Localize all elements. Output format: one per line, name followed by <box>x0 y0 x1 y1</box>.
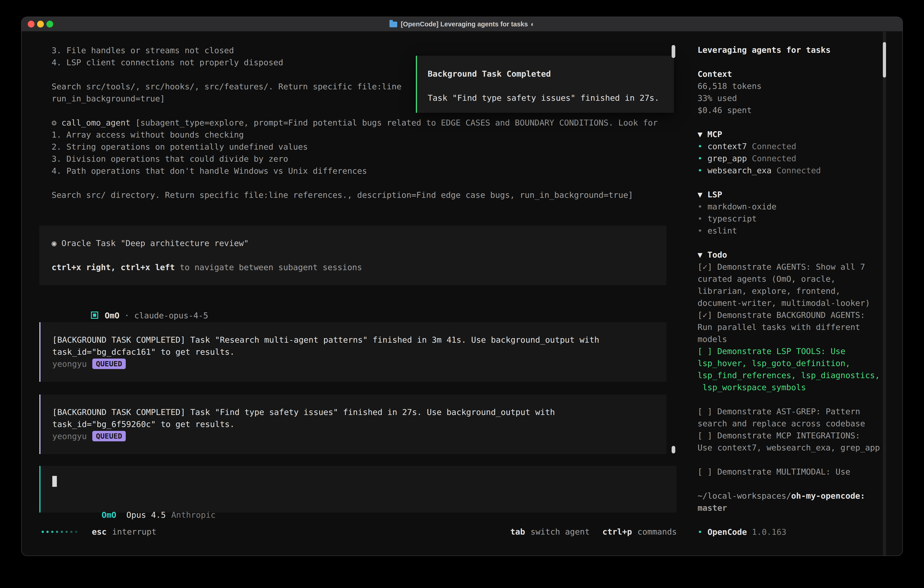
oracle-task-title: ◉ Oracle Task "Deep architecture review" <box>40 237 667 249</box>
zoom-button[interactable] <box>46 21 53 28</box>
message-meta: yeongyuQUEUED <box>40 358 667 370</box>
todo-line: search and replace across codebase <box>698 418 903 429</box>
chat-pane: 3. File handles or streams not closed 4.… <box>21 31 688 556</box>
app-version-line: •OpenCode1.0.163 <box>698 526 903 538</box>
mcp-item: •context7Connected <box>698 140 903 152</box>
toast-title: Background Task Completed <box>417 68 674 80</box>
chat-scrollbar-thumb[interactable] <box>672 446 675 453</box>
message-meta: yeongyuQUEUED <box>40 430 667 442</box>
lsp-item: •typescript <box>698 213 903 225</box>
todo-line-active: [ ] Demonstrate LSP TOOLS: Use <box>698 345 903 357</box>
log-line: 3. File handles or streams not closed <box>21 45 688 56</box>
todo-section-heading[interactable]: ▼ Todo <box>698 249 903 261</box>
gear-icon: ⚙ <box>52 118 57 127</box>
tool-arg-line: 4. Path operations that don't handle Win… <box>21 165 688 177</box>
message-line: task_id="bg_6f59260c" to get results. <box>40 418 667 430</box>
repo-name: oh-my-opencode: <box>791 491 865 500</box>
context-heading: Context <box>698 68 903 80</box>
todo-line-active: lsp_workspace_symbols <box>698 381 903 393</box>
sidebar: Leveraging agents for tasks Context 66,5… <box>688 31 903 556</box>
message-line: [BACKGROUND TASK COMPLETED] Task "Find t… <box>40 406 667 418</box>
bullet-icon: • <box>698 202 703 211</box>
tool-arg-line: 1. Array access without bounds checking <box>21 129 688 141</box>
spinner-dots-icon <box>41 531 77 533</box>
spacer <box>698 177 903 188</box>
chat-scrollbar-thumb[interactable] <box>672 45 675 58</box>
tool-arg-line: 2. String operations on potentially unde… <box>21 141 688 153</box>
spacer <box>698 116 903 128</box>
window-title: [OpenCode] Leveraging agents for tasks◐ <box>21 20 903 28</box>
toast-message: Task "Find type safety issues" finished … <box>417 92 674 104</box>
terminal-window: [OpenCode] Leveraging agents for tasks◐ … <box>21 17 903 556</box>
statusbar: escinterrupt tabswitch agentctrl+pcomman… <box>21 526 688 538</box>
app-version: 1.0.163 <box>752 527 787 537</box>
desktop: { "window": { "title": "[OpenCode] Lever… <box>0 0 924 588</box>
statusbar-left: escinterrupt <box>41 526 157 538</box>
tool-arg-line: 3. Division operations that could divide… <box>21 153 688 165</box>
folder-icon <box>389 21 397 27</box>
close-button[interactable] <box>28 21 35 28</box>
workspace-path: ~/local-workspaces/oh-my-opencode: <box>698 490 903 502</box>
active-model-name: Opus 4.5 <box>126 510 166 520</box>
window-title-text: [OpenCode] Leveraging agents for tasks <box>401 20 528 28</box>
minimize-button[interactable] <box>37 21 44 28</box>
session-title: Leveraging agents for tasks <box>698 44 903 56</box>
bullet-icon: • <box>698 527 703 537</box>
titlebar[interactable]: [OpenCode] Leveraging agents for tasks◐ <box>21 17 903 31</box>
spacer <box>698 478 903 490</box>
esc-key-label: interrupt <box>112 526 157 538</box>
oracle-hint: ctrl+x right, ctrl+x left to navigate be… <box>40 261 667 273</box>
todo-line: [✓] Demonstrate AGENTS: Show all 7 <box>698 261 903 273</box>
tool-arg-line: Search src/ directory. Return specific f… <box>21 189 688 201</box>
todo-line: [✓] Demonstrate BACKGROUND AGENTS: <box>698 309 903 321</box>
agent-session-header[interactable]: OmO · claude-opus-4-5 <box>21 297 688 309</box>
todo-line: librarian, explore, frontend, <box>698 285 903 297</box>
spacer <box>40 249 667 261</box>
mcp-section-heading[interactable]: ▼ MCP <box>698 128 903 140</box>
oracle-task-panel: ◉ Oracle Task "Deep architecture review"… <box>40 226 667 285</box>
message-line: task_id="bg_dcfac161" to get results. <box>40 346 667 358</box>
mcp-item: •grep_appConnected <box>698 152 903 164</box>
bullet-icon: • <box>698 214 703 223</box>
bullet-icon: • <box>698 154 703 163</box>
sidebar-scrollbar-track[interactable] <box>883 31 886 556</box>
agent-name: OmO <box>105 311 119 320</box>
shortcut-label: to navigate between subagent sessions <box>175 263 362 272</box>
tab-key-label: switch agent <box>530 526 589 538</box>
username: yeongyu <box>52 359 87 368</box>
message-line: [BACKGROUND TASK COMPLETED] Task "Resear… <box>40 334 667 346</box>
todo-line: curated agents (OmO, oracle, <box>698 273 903 285</box>
model-provider: Anthropic <box>171 510 216 520</box>
prompt-input[interactable]: OmOOpus 4.5Anthropic <box>40 466 676 512</box>
git-branch: master <box>698 502 903 514</box>
model-selector[interactable]: OmOOpus 4.5Anthropic <box>40 497 676 509</box>
oracle-icon: ◉ <box>52 238 57 248</box>
spacer <box>21 177 688 189</box>
todo-line: [ ] Demonstrate AST-GREP: Pattern <box>698 405 903 418</box>
lsp-section-heading[interactable]: ▼ LSP <box>698 188 903 201</box>
text-cursor <box>52 476 57 487</box>
traffic-lights <box>21 21 53 28</box>
spacer <box>698 237 903 249</box>
ctrlp-key-hint: ctrl+p <box>602 526 632 538</box>
spacer <box>698 514 903 526</box>
context-tokens: 66,518 tokens <box>698 80 903 92</box>
status-badge: QUEUED <box>92 358 126 369</box>
sidebar-scrollbar-thumb[interactable] <box>883 42 886 78</box>
window-body: 3. File handles or streams not closed 4.… <box>21 31 903 556</box>
tool-args: [subagent_type=explore, prompt=Find pote… <box>130 118 658 127</box>
agent-square-icon <box>91 312 98 319</box>
username: yeongyu <box>52 431 87 441</box>
bullet-icon: • <box>698 226 703 235</box>
spacer <box>698 454 903 466</box>
shortcut-keys: ctrl+x right, ctrl+x left <box>52 263 175 272</box>
esc-key-hint: esc <box>92 526 107 538</box>
todo-line: models <box>698 333 903 345</box>
lsp-item: •eslint <box>698 225 903 237</box>
app-name: OpenCode <box>708 527 747 537</box>
context-used: 33% used <box>698 92 903 104</box>
todo-line: [ ] Demonstrate MULTIMODAL: Use <box>698 466 903 478</box>
agent-model: · claude-opus-4-5 <box>119 311 208 320</box>
activity-indicator-icon: ◐ <box>531 20 535 28</box>
spacer <box>417 80 674 92</box>
